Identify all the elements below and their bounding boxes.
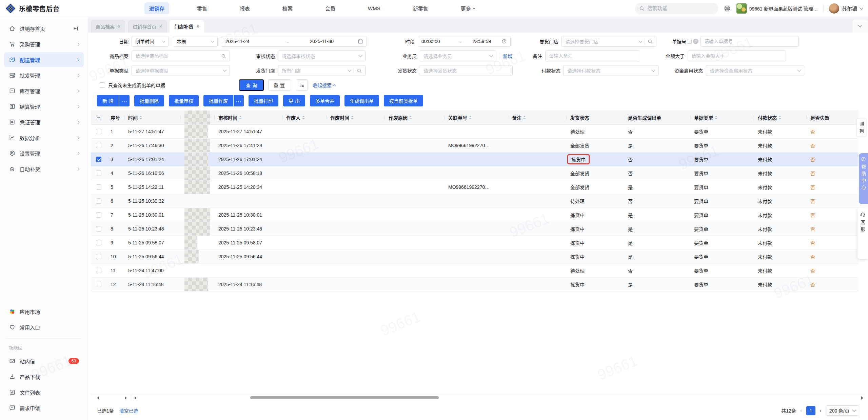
- reset-button[interactable]: 重置: [268, 79, 291, 91]
- doc-no-exact-checkbox[interactable]: [687, 39, 692, 44]
- column-settings-tab[interactable]: 列: [856, 119, 867, 136]
- sort-icon[interactable]: [778, 116, 781, 120]
- tab-进销存首页[interactable]: 进销存首页×: [128, 20, 167, 33]
- column-header-作废人[interactable]: 作废人: [282, 111, 326, 124]
- sidebar-item-进销存首页[interactable]: 进销存首页: [4, 21, 84, 36]
- toolbar-button-生成调出单[interactable]: 生成调出单: [344, 95, 379, 106]
- nav-item-WMS[interactable]: WMS: [363, 3, 385, 14]
- sidebar-item-设置管理[interactable]: 设置管理: [4, 146, 84, 161]
- sidebar-collapse-icon[interactable]: [72, 25, 79, 32]
- column-header-关联单号[interactable]: 关联单号: [444, 111, 508, 124]
- sidebar-item-库存管理[interactable]: 库存管理: [4, 83, 84, 98]
- doc-type-select[interactable]: 请选择单据类型: [132, 65, 230, 76]
- toolbar-button-批量打印[interactable]: 批量打印: [249, 95, 278, 106]
- table-row[interactable]: 85-11-25 10:23:482025-11-25 10:23:48拣货中是…: [91, 222, 859, 236]
- toolbar-button-导出[interactable]: 导出: [283, 95, 305, 106]
- select-all-checkbox[interactable]: [96, 115, 101, 120]
- store-selector[interactable]: 99661-新界面果蔬版测试-管理…: [736, 3, 818, 14]
- sidebar-item-采购管理[interactable]: 采购管理: [4, 37, 84, 52]
- fund-status-select[interactable]: 请选择资金启用状态: [706, 65, 804, 76]
- table-row[interactable]: 35-11-26 17:01:242025-11-26 17:01:24拣货中否…: [91, 153, 859, 166]
- table-row[interactable]: 65-11-25 10:30:32待处理否要货单未付款否: [91, 194, 859, 208]
- sidebar-item-结算管理[interactable]: 结算管理: [4, 99, 84, 114]
- search-icon[interactable]: [221, 54, 226, 59]
- salesman-add-link[interactable]: 新增: [500, 53, 512, 59]
- sidebar-item-产品下载[interactable]: 产品下载: [4, 369, 84, 384]
- audit-status-select[interactable]: 请选择审核状态: [278, 51, 366, 61]
- row-checkbox[interactable]: [96, 268, 101, 273]
- next-page-button[interactable]: ›: [820, 407, 822, 414]
- sidebar-item-数据分析[interactable]: 数据分析: [4, 130, 84, 145]
- row-checkbox[interactable]: [96, 254, 101, 259]
- sidebar-item-自动补货[interactable]: 自动补货: [4, 161, 84, 176]
- product-input[interactable]: [135, 53, 218, 59]
- row-checkbox[interactable]: [96, 171, 101, 176]
- scroll-right-icon[interactable]: [861, 396, 863, 400]
- prev-page-button[interactable]: ‹: [800, 407, 802, 414]
- scroll-left-icon[interactable]: [134, 396, 136, 400]
- date-range-preset-select[interactable]: 本周: [173, 36, 218, 47]
- row-checkbox[interactable]: [96, 184, 101, 190]
- table-row[interactable]: 95-11-25 09:58:072025-11-25 09:58:07拣货中是…: [91, 236, 859, 250]
- salesman-select[interactable]: 请选择业务员: [420, 51, 496, 61]
- search-input[interactable]: [647, 5, 705, 11]
- column-header-单据类型[interactable]: 单据类型: [690, 111, 754, 124]
- tab-门店补货[interactable]: 门店补货×: [170, 20, 204, 33]
- table-row[interactable]: 75-11-25 10:30:012025-11-25 10:30:01拣货中是…: [91, 208, 859, 222]
- table-row[interactable]: 115-11-24 11:47:00待处理否要货单未付款否: [91, 264, 859, 278]
- user-menu[interactable]: 苏尔银: [829, 3, 863, 14]
- nav-item-档案[interactable]: 档案: [278, 2, 297, 14]
- doc-no-input[interactable]: [704, 39, 795, 44]
- nav-item-新零售[interactable]: 新零售: [408, 2, 433, 14]
- toolbar-more-button[interactable]: ···: [119, 95, 130, 106]
- nav-item-报表[interactable]: 报表: [235, 2, 255, 14]
- sidebar-item-常用入口[interactable]: 常用入口: [4, 320, 84, 335]
- nav-item-更多[interactable]: 更多: [456, 2, 480, 14]
- row-checkbox[interactable]: [96, 240, 101, 245]
- table-row[interactable]: 45-11-26 16:10:062025-11-26 10:58:18全部发货…: [91, 166, 859, 180]
- table-row[interactable]: 25-11-26 17:46:302025-11-26 17:41:28MO99…: [91, 139, 859, 153]
- row-checkbox[interactable]: [96, 143, 101, 148]
- sidebar-item-凭证管理[interactable]: 凭证管理: [4, 115, 84, 129]
- sidebar-item-文件列表[interactable]: 文件列表: [4, 385, 84, 400]
- horizontal-scrollbar[interactable]: [91, 394, 865, 401]
- row-checkbox[interactable]: [96, 226, 101, 232]
- clear-selection-link[interactable]: 清空已选: [119, 407, 138, 414]
- page-size-select[interactable]: 200 条/页: [826, 405, 859, 416]
- close-icon[interactable]: ×: [196, 24, 199, 29]
- toolbar-button-批量审核[interactable]: 批量审核: [169, 95, 199, 106]
- toolbar-button-批量删除[interactable]: 批量删除: [134, 95, 164, 106]
- printer-icon[interactable]: [724, 5, 731, 12]
- date-type-select[interactable]: 制单时间: [132, 36, 169, 47]
- nav-item-会员[interactable]: 会员: [320, 2, 340, 14]
- sort-icon[interactable]: [239, 116, 242, 120]
- table-row[interactable]: 125-11-24 11:16:482025-11-24 11:16:48拣货中…: [91, 278, 859, 292]
- ship-status-select[interactable]: 请选择发货状态: [420, 65, 513, 76]
- tab-list-dropdown-button[interactable]: [852, 19, 868, 33]
- date-range-picker[interactable]: 2025-11-24 → 2025-11-30: [222, 36, 367, 47]
- sidebar-item-需求申请[interactable]: 需求申请: [4, 400, 84, 415]
- scroll-right-icon[interactable]: [125, 396, 127, 400]
- row-checkbox[interactable]: [96, 129, 101, 134]
- global-search[interactable]: [635, 3, 718, 14]
- want-store-select[interactable]: 请选择要货门店: [561, 36, 656, 47]
- table-row[interactable]: 105-11-25 09:56:442025-11-25 09:56:44拣货中…: [91, 250, 859, 264]
- search-icon[interactable]: [648, 39, 653, 44]
- toolbar-button-按当前类拆单[interactable]: 按当前类拆单: [384, 95, 423, 106]
- pay-status-select[interactable]: 请选择付款状态: [564, 65, 658, 76]
- toolbar-more-button[interactable]: ···: [234, 95, 244, 106]
- nav-item-进销存[interactable]: 进销存: [144, 2, 169, 14]
- query-button[interactable]: 查询: [239, 79, 264, 91]
- close-icon[interactable]: ×: [118, 24, 120, 29]
- collapse-search-link[interactable]: 收起搜索: [313, 82, 335, 88]
- remark-input[interactable]: [549, 53, 636, 59]
- toolbar-button-批量作废[interactable]: 批量作废: [203, 95, 233, 106]
- sidebar-item-应用市场[interactable]: 应用市场: [4, 304, 84, 319]
- tab-商品档案[interactable]: 商品档案×: [91, 20, 125, 33]
- time-range-picker[interactable]: 00:00:00 → 23:59:59: [418, 36, 511, 47]
- question-icon[interactable]: ?: [693, 39, 698, 44]
- scroll-left-icon[interactable]: [97, 396, 99, 400]
- only-not-generated-checkbox[interactable]: [100, 82, 105, 88]
- sort-icon[interactable]: [715, 116, 717, 120]
- row-checkbox[interactable]: [96, 157, 101, 162]
